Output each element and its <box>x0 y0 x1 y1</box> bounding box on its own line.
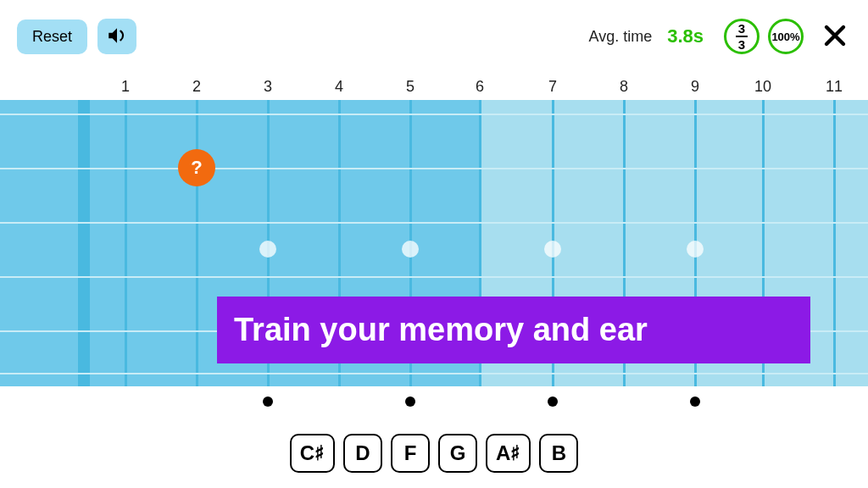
fretboard-inlay <box>544 241 561 258</box>
string-line <box>0 114 868 115</box>
fretboard-inlay <box>402 241 419 258</box>
sound-button[interactable] <box>97 19 136 54</box>
fret-number: 3 <box>264 78 272 96</box>
string-line <box>0 222 868 224</box>
score-numerator: 3 <box>738 22 745 35</box>
fretboard-inlay <box>259 241 276 258</box>
fret-number: 10 <box>754 78 771 96</box>
question-marker[interactable]: ? <box>178 149 215 186</box>
position-marker-dot <box>690 396 700 407</box>
fret-number: 4 <box>335 78 343 96</box>
percent-badge: 100% <box>768 19 804 54</box>
note-button[interactable]: G <box>438 434 477 473</box>
fret-number-row: 1234567891011 <box>0 78 868 98</box>
note-button[interactable]: D <box>343 434 382 473</box>
fret-number: 9 <box>691 78 699 96</box>
close-button[interactable] <box>819 19 851 54</box>
speaker-icon <box>106 25 128 49</box>
position-marker-dot <box>548 396 558 407</box>
position-marker-dot <box>405 396 415 407</box>
note-button[interactable]: C♯ <box>290 434 335 473</box>
fretboard-inlay <box>687 241 704 258</box>
fret-number: 7 <box>548 78 557 96</box>
string-line <box>0 373 868 374</box>
score-badge: 3 3 <box>724 19 760 54</box>
fret-line <box>196 100 198 386</box>
score-denominator: 3 <box>738 38 745 51</box>
fret-line <box>833 100 836 386</box>
fret-number: 1 <box>121 78 130 96</box>
reset-button[interactable]: Reset <box>17 19 87 54</box>
fret-number: 8 <box>620 78 628 96</box>
fret-number: 11 <box>826 78 843 96</box>
note-button[interactable]: F <box>391 434 430 473</box>
position-marker-dot <box>263 396 273 407</box>
nut <box>78 100 90 386</box>
avg-time-value: 3.8s <box>667 25 704 47</box>
fret-number: 5 <box>406 78 415 96</box>
fret-number: 2 <box>192 78 201 96</box>
promo-banner: Train your memory and ear <box>217 297 810 363</box>
note-button-row: C♯DFGA♯B <box>0 434 868 473</box>
close-icon <box>822 38 848 51</box>
avg-time-label: Avg. time <box>588 28 652 46</box>
fret-number: 6 <box>476 78 484 96</box>
top-bar: Reset Avg. time 3.8s 3 3 100% <box>0 15 868 58</box>
note-button[interactable]: B <box>539 434 578 473</box>
fret-line <box>125 100 127 386</box>
note-button[interactable]: A♯ <box>486 434 531 473</box>
string-line <box>0 168 868 169</box>
string-line <box>0 276 868 278</box>
